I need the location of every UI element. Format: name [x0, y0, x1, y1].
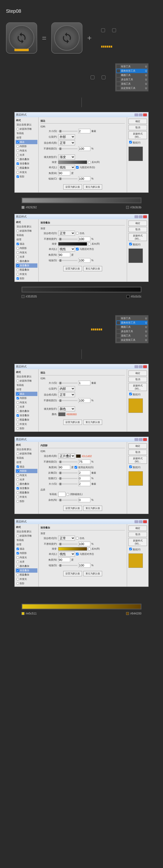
preview-checkbox[interactable] — [129, 141, 132, 144]
window-controls[interactable] — [134, 215, 147, 218]
slider[interactable] — [58, 478, 77, 479]
preview-checkbox[interactable] — [129, 465, 132, 468]
opacity-input[interactable] — [78, 542, 90, 546]
size-input[interactable] — [78, 129, 90, 133]
reset-default-button[interactable]: 复位为默认值 — [83, 184, 102, 190]
style-checkbox[interactable] — [16, 474, 19, 476]
style-item[interactable]: 混合选项:默认 — [15, 374, 37, 379]
style-checkbox[interactable] — [16, 578, 19, 580]
style-item[interactable]: 光泽 — [15, 405, 37, 409]
filltype-select[interactable]: 颜色 — [58, 406, 75, 411]
style-item[interactable]: 纹理 — [15, 238, 37, 242]
scale-input[interactable] — [78, 176, 90, 181]
style-item[interactable]: 描边 — [15, 392, 37, 396]
angle-input[interactable] — [58, 465, 70, 470]
scale-input[interactable] — [78, 563, 90, 568]
cancel-button[interactable]: 取消 — [128, 532, 147, 537]
close-icon[interactable] — [143, 215, 147, 218]
ok-button[interactable]: 确定 — [128, 526, 147, 531]
cancel-button[interactable]: 取消 — [128, 125, 147, 130]
style-checkbox[interactable] — [16, 453, 19, 455]
set-default-button[interactable]: 设置为默认值 — [63, 184, 82, 190]
cancel-button[interactable]: 取消 — [128, 450, 147, 455]
style-item[interactable]: 投影 — [15, 581, 37, 586]
preview-checkbox[interactable] — [129, 393, 132, 395]
window-controls[interactable] — [134, 520, 147, 523]
maximize-icon[interactable] — [139, 215, 142, 218]
style-checkbox[interactable] — [16, 423, 19, 425]
style-checkbox[interactable] — [16, 256, 19, 258]
grad-style-select[interactable]: 线性 — [58, 165, 75, 170]
antialias-checkbox[interactable] — [67, 493, 69, 496]
tool-item[interactable]: 直线工具U — [116, 82, 148, 86]
style-checkbox[interactable] — [16, 483, 19, 485]
style-checkbox[interactable] — [16, 496, 19, 498]
dialog-titlebar[interactable]: 图层样式 — [15, 214, 148, 219]
style-item[interactable]: 投影 — [15, 276, 37, 281]
set-default-button[interactable]: 设置为默认值 — [63, 266, 82, 271]
style-checkbox[interactable] — [16, 569, 19, 572]
style-item[interactable]: 描边 — [15, 140, 37, 144]
preview-checkbox[interactable] — [129, 548, 132, 550]
set-default-button[interactable]: 设置为默认值 — [63, 571, 82, 576]
minimize-icon[interactable] — [134, 114, 138, 116]
dialog-titlebar[interactable]: 图层样式 — [15, 437, 148, 442]
style-checkbox[interactable] — [16, 535, 19, 537]
reset-default-button[interactable]: 复位为默认值 — [83, 506, 102, 511]
style-checkbox[interactable] — [16, 393, 19, 395]
style-item[interactable]: 渐变叠加 — [15, 264, 37, 268]
ok-button[interactable]: 确定 — [128, 221, 147, 226]
ok-button[interactable]: 确定 — [128, 443, 147, 449]
style-item[interactable]: 投影 — [15, 499, 37, 503]
style-item[interactable]: 外发光 — [15, 272, 37, 276]
blend-select[interactable]: 正常 — [58, 140, 75, 145]
style-checkbox[interactable] — [16, 487, 19, 490]
close-icon[interactable] — [143, 438, 147, 441]
style-checkbox[interactable] — [16, 561, 19, 563]
style-checkbox[interactable] — [16, 150, 19, 152]
style-checkbox[interactable] — [16, 470, 19, 472]
style-item[interactable]: 纹理 — [15, 460, 37, 465]
style-checkbox[interactable] — [16, 548, 19, 550]
gradient-picker[interactable] — [58, 547, 87, 551]
style-item[interactable]: 内阴影 — [15, 551, 37, 555]
tool-item[interactable]: 多边形工具U — [116, 329, 148, 334]
slider[interactable] — [58, 400, 77, 401]
style-checkbox[interactable] — [16, 500, 19, 502]
style-item[interactable]: 渐变叠加 — [15, 568, 37, 573]
shape-tool-panel[interactable]: 矩形工具U圆角矩形工具U椭圆工具U多边形工具U直线工具U自定形状工具U — [115, 315, 149, 343]
set-default-button[interactable]: 设置为默认值 — [63, 420, 82, 425]
style-checkbox[interactable] — [16, 582, 19, 585]
maximize-icon[interactable] — [139, 438, 142, 441]
dialog-titlebar[interactable]: 图层样式 — [15, 519, 148, 524]
style-item[interactable]: 图案叠加 — [15, 166, 37, 170]
style-item[interactable]: 渐变叠加 — [15, 413, 37, 418]
style-item[interactable]: 图案叠加 — [15, 418, 37, 422]
style-item[interactable]: 混合选项:默认 — [15, 529, 37, 534]
style-item[interactable]: 光泽 — [15, 477, 37, 482]
style-item[interactable]: 内阴影 — [15, 246, 37, 250]
ok-button[interactable]: 确定 — [128, 119, 147, 124]
tool-item[interactable]: 自定形状工具U — [116, 338, 148, 342]
style-checkbox[interactable] — [16, 145, 19, 148]
style-checkbox[interactable] — [16, 427, 19, 430]
opacity-input[interactable] — [78, 237, 90, 241]
style-checkbox[interactable] — [16, 277, 19, 280]
dialog-titlebar[interactable]: 图层样式 — [15, 364, 148, 369]
new-style-button[interactable]: 新建样式(W)... — [128, 456, 147, 464]
shape-tool-panel[interactable]: 矩形工具U圆角矩形工具U椭圆工具U多边形工具U直线工具U自定形状工具U — [115, 63, 149, 92]
style-item[interactable]: 颜色叠加 — [15, 157, 37, 161]
window-controls[interactable] — [134, 365, 147, 368]
close-icon[interactable] — [143, 520, 147, 523]
style-item[interactable]: 等高线 — [15, 131, 37, 135]
style-checkbox[interactable] — [16, 478, 19, 481]
style-item[interactable]: 混合选项:默认 — [15, 224, 37, 229]
window-controls[interactable] — [134, 438, 147, 441]
slider[interactable] — [58, 382, 77, 383]
style-checkbox[interactable] — [16, 269, 19, 271]
opacity-input[interactable] — [78, 460, 90, 464]
reverse-checkbox[interactable] — [88, 548, 91, 550]
style-item[interactable]: 斜面和浮雕 — [15, 534, 37, 538]
style-item[interactable]: 纹理 — [15, 388, 37, 392]
minimize-icon[interactable] — [134, 365, 138, 368]
